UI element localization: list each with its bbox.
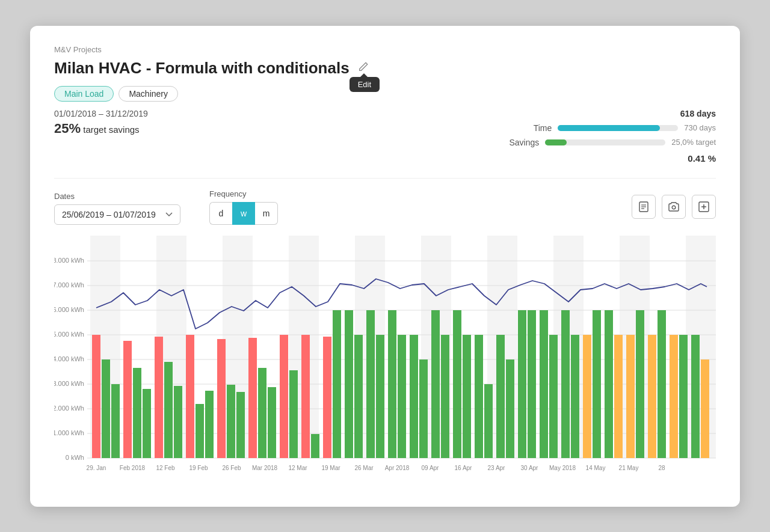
svg-rect-90 xyxy=(670,335,678,458)
svg-rect-56 xyxy=(301,335,310,458)
svg-text:2.000 kWh: 2.000 kWh xyxy=(54,405,84,412)
svg-rect-70 xyxy=(453,310,461,458)
svg-rect-37 xyxy=(102,359,110,458)
svg-rect-73 xyxy=(484,384,493,458)
svg-text:4.000 kWh: 4.000 kWh xyxy=(54,355,84,362)
date-range: 01/01/2018 – 31/12/2019 xyxy=(54,109,148,118)
svg-rect-49 xyxy=(227,385,235,458)
svg-rect-65 xyxy=(398,335,406,458)
date-select[interactable]: 25/06/2019 – 01/07/2019 xyxy=(54,204,180,225)
savings-value: 0.41 % xyxy=(688,153,716,164)
dates-control: Dates 25/06/2019 – 01/07/2019 xyxy=(54,192,180,225)
savings-progress-row: Savings 25,0% target xyxy=(506,138,716,147)
svg-text:1.000 kWh: 1.000 kWh xyxy=(54,429,84,436)
svg-rect-45 xyxy=(186,335,194,458)
controls-left: Dates 25/06/2019 – 01/07/2019 Frequency … xyxy=(54,189,278,225)
camera-button[interactable] xyxy=(662,195,686,219)
controls-right xyxy=(632,195,716,219)
svg-text:28: 28 xyxy=(658,465,665,471)
svg-text:6.000 kWh: 6.000 kWh xyxy=(54,306,84,313)
tag-machinery[interactable]: Machinery xyxy=(119,86,178,102)
svg-rect-58 xyxy=(323,337,331,458)
svg-rect-53 xyxy=(268,387,276,458)
svg-rect-74 xyxy=(496,335,505,458)
frequency-buttons: d w m xyxy=(209,202,278,225)
svg-rect-62 xyxy=(366,310,375,458)
svg-rect-51 xyxy=(248,338,257,458)
svg-rect-69 xyxy=(441,335,449,458)
svg-rect-46 xyxy=(196,404,204,458)
time-label: Time xyxy=(519,123,552,133)
breadcrumb: M&V Projects xyxy=(54,45,716,54)
svg-text:8.000 kWh: 8.000 kWh xyxy=(54,257,84,264)
svg-text:5.000 kWh: 5.000 kWh xyxy=(54,331,84,338)
tags-row: Main Load Machinery xyxy=(54,86,716,102)
svg-rect-79 xyxy=(549,335,558,458)
svg-rect-43 xyxy=(164,362,173,458)
time-progress-bar xyxy=(558,125,678,131)
svg-rect-91 xyxy=(679,335,688,458)
svg-rect-71 xyxy=(463,335,471,458)
svg-rect-77 xyxy=(528,310,536,458)
freq-d-button[interactable]: d xyxy=(209,202,232,225)
edit-tooltip: Edit xyxy=(350,77,380,92)
svg-rect-86 xyxy=(626,335,635,458)
svg-rect-63 xyxy=(376,335,384,458)
svg-rect-40 xyxy=(133,368,141,458)
svg-rect-75 xyxy=(506,359,514,458)
svg-point-4 xyxy=(672,206,676,209)
svg-text:29. Jan: 29. Jan xyxy=(87,465,106,471)
savings-progress-fill xyxy=(545,139,567,145)
svg-rect-87 xyxy=(636,310,644,458)
camera-icon xyxy=(668,201,680,213)
svg-rect-57 xyxy=(311,434,319,458)
svg-rect-92 xyxy=(691,335,700,458)
add-button[interactable] xyxy=(692,195,716,219)
svg-rect-78 xyxy=(540,310,548,458)
svg-text:May 2018: May 2018 xyxy=(549,465,576,471)
page-title: Milan HVAC - Formula with conditionals xyxy=(54,59,350,78)
dates-label: Dates xyxy=(54,192,180,201)
svg-rect-89 xyxy=(658,310,666,458)
freq-m-button[interactable]: m xyxy=(255,202,278,225)
main-card: M&V Projects Milan HVAC - Formula with c… xyxy=(30,26,740,507)
savings-label: Savings xyxy=(506,138,539,147)
controls-row: Dates 25/06/2019 – 01/07/2019 Frequency … xyxy=(54,189,716,225)
svg-text:12 Mar: 12 Mar xyxy=(288,465,307,471)
svg-text:Feb 2018: Feb 2018 xyxy=(120,465,146,471)
savings-target: 25,0% target xyxy=(671,138,716,147)
svg-rect-85 xyxy=(614,335,623,458)
svg-rect-50 xyxy=(236,392,245,458)
svg-rect-48 xyxy=(217,339,226,458)
meta-right: 618 days Time 730 days Savings 25,0% tar… xyxy=(506,109,716,164)
svg-text:7.000 kWh: 7.000 kWh xyxy=(54,281,84,289)
svg-text:09 Apr: 09 Apr xyxy=(422,465,440,471)
days-count: 618 days xyxy=(680,109,716,118)
csv-button[interactable] xyxy=(632,195,656,219)
svg-rect-36 xyxy=(92,335,100,458)
svg-rect-66 xyxy=(410,335,418,458)
svg-text:26 Feb: 26 Feb xyxy=(222,465,241,471)
svg-rect-41 xyxy=(143,389,151,458)
svg-rect-82 xyxy=(583,335,591,458)
freq-w-button[interactable]: w xyxy=(232,202,255,225)
tag-main-load[interactable]: Main Load xyxy=(54,86,114,102)
svg-text:19 Mar: 19 Mar xyxy=(321,465,340,471)
svg-rect-64 xyxy=(388,310,396,458)
title-row: Milan HVAC - Formula with conditionals E… xyxy=(54,59,716,78)
svg-rect-47 xyxy=(205,391,214,458)
frequency-label: Frequency xyxy=(209,189,278,198)
svg-text:3.000 kWh: 3.000 kWh xyxy=(54,380,84,387)
svg-rect-68 xyxy=(431,310,440,458)
svg-text:23 Apr: 23 Apr xyxy=(488,465,506,471)
csv-icon xyxy=(638,201,650,213)
svg-rect-42 xyxy=(155,337,163,458)
svg-text:26 Mar: 26 Mar xyxy=(354,465,374,471)
svg-rect-55 xyxy=(289,370,298,458)
svg-text:21 May: 21 May xyxy=(619,465,639,471)
svg-rect-88 xyxy=(648,335,656,458)
svg-rect-72 xyxy=(475,335,483,458)
svg-rect-39 xyxy=(123,341,132,458)
target-savings: 25% target savings xyxy=(54,121,148,136)
time-progress-fill xyxy=(558,125,659,131)
